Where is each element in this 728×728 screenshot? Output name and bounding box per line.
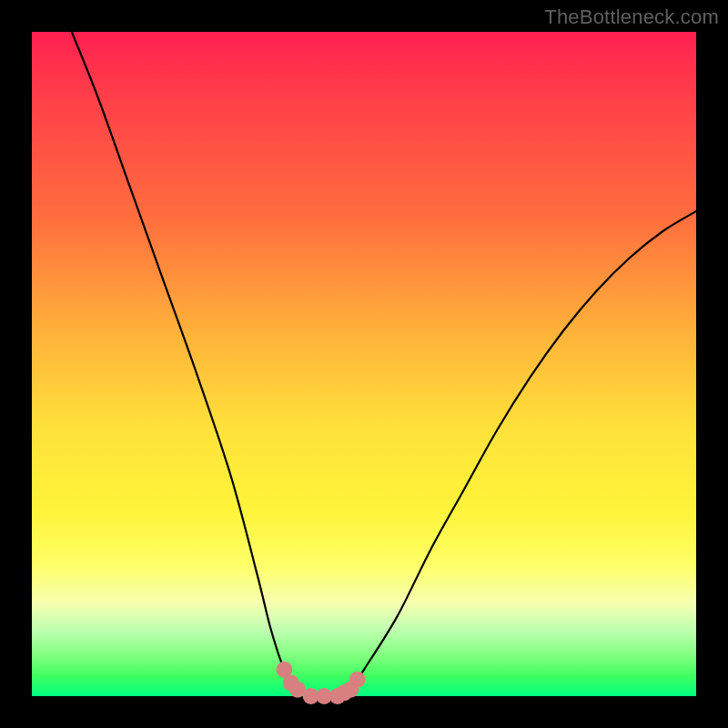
- trough-marker-group: [276, 662, 365, 704]
- chart-frame: TheBottleneck.com: [0, 0, 728, 728]
- trough-marker: [349, 672, 366, 688]
- bottleneck-curve: [72, 32, 696, 697]
- watermark-text: TheBottleneck.com: [544, 5, 719, 29]
- chart-svg: [32, 32, 696, 696]
- plot-area: [32, 32, 696, 696]
